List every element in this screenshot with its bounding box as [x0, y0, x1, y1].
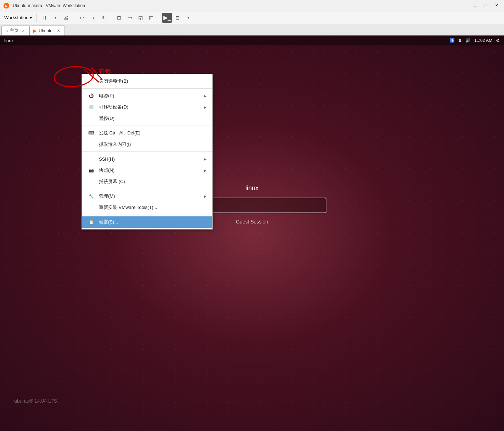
send-to-button[interactable]: 🖨: [61, 13, 71, 23]
toolbar-separator-4: [159, 13, 159, 22]
removable-submenu-arrow: ▶: [204, 105, 207, 109]
dropdown-arrow: ▾: [30, 15, 32, 20]
vm-icon: ▶: [33, 28, 37, 33]
ctx-sep-4: [82, 189, 212, 189]
app-icon: ▶: [3, 2, 10, 9]
ctx-manage[interactable]: 🔧 管理(M) ▶: [82, 190, 212, 202]
tab-home-close[interactable]: ✕: [21, 28, 26, 33]
ubuntu-brand: ubuntu® 14.04 LTS: [14, 397, 57, 410]
network-icon: ⇅: [458, 38, 462, 43]
fullscreen-button[interactable]: ⊡: [173, 13, 183, 23]
workstation-label: Workstation: [4, 15, 28, 20]
fullscreen-dropdown[interactable]: ▾: [183, 13, 193, 23]
background-pattern: [0, 35, 504, 431]
ctx-reinstall-tools[interactable]: 重新安装 VMware Tools(T)...: [82, 202, 212, 213]
svg-text:▶: ▶: [5, 4, 8, 8]
menu-bar: Workstation ▾ ⏸ ▾ 🖨 ↩ ↪ ⬆ ⊟ ▭ ◱ ◰ ▶_ ⊡ ▾: [0, 11, 504, 24]
window-title: Ubuntu-makeru - VMware Workstation: [13, 3, 471, 8]
toolbar-separator-2: [74, 13, 74, 22]
ssh-icon: [88, 155, 95, 162]
reinstall-icon: [88, 204, 95, 211]
ctx-removable[interactable]: 💿 可移动设备(D) ▶: [82, 101, 212, 113]
toolbar-group-console: ▶_ ⊡ ▾: [162, 13, 193, 23]
ctx-pause-label: 暂停(U): [99, 115, 207, 122]
single-view-button[interactable]: ▭: [125, 13, 135, 23]
tab-ubuntu-close[interactable]: ✕: [56, 28, 61, 33]
close-tab-icon: [88, 78, 95, 85]
ctx-close-tab[interactable]: 关闭选项卡(B): [82, 76, 212, 87]
pause-dropdown[interactable]: ▾: [50, 13, 60, 23]
home-icon: ⌂: [5, 28, 8, 33]
accessibility-icon: ♿: [449, 38, 455, 43]
ctx-send-ctrlaltdel[interactable]: ⌨ 发送 Ctrl+Alt+Del(E): [82, 127, 212, 139]
workstation-menu[interactable]: Workstation ▾: [1, 13, 35, 22]
toolbar-separator-3: [111, 13, 111, 22]
ctx-power-label: 电源(P): [99, 93, 200, 99]
tile-view-button[interactable]: ◰: [146, 13, 156, 23]
ctx-settings[interactable]: 📋 设置(S)...: [82, 216, 212, 228]
context-menu: 关闭选项卡(B) ⏻ 电源(P) ▶ 💿 可移动设备(D) ▶ 暂停(U) ⌨ …: [82, 74, 213, 230]
ctx-removable-label: 可移动设备(D): [99, 104, 200, 110]
title-bar: ▶ Ubuntu-makeru - VMware Workstation — □…: [0, 0, 504, 11]
ctx-snapshot[interactable]: 📷 快照(N) ▶: [82, 165, 212, 176]
tab-bar: ⌂ 主页 ✕ ▶ Ubuntu- ✕: [0, 24, 504, 35]
tab-home[interactable]: ⌂ 主页 ✕: [1, 26, 29, 35]
full-view-button[interactable]: ◱: [135, 13, 145, 23]
snapshot-icon: 📷: [88, 167, 95, 174]
ctx-sep-2: [82, 126, 212, 126]
ctx-sep-5: [82, 215, 212, 215]
toolbar-group-history: ↩ ↪ ⬆: [77, 13, 108, 23]
clock: 11:02 AM: [474, 38, 492, 43]
snapshot-submenu-arrow: ▶: [204, 168, 207, 172]
settings-menu-icon: 📋: [88, 219, 95, 226]
maximize-button[interactable]: □: [481, 2, 491, 9]
ctx-ssh[interactable]: SSH(H) ▶: [82, 153, 212, 165]
minimize-button[interactable]: —: [471, 2, 480, 9]
power-submenu-arrow: ▶: [204, 94, 207, 98]
ctx-grab-input[interactable]: 抓取输入内容(I): [82, 139, 212, 150]
ctx-reinstall-label: 重新安装 VMware Tools(T)...: [99, 204, 207, 211]
vm-area[interactable]: linux ♿ ⇅ 🔊 11:02 AM ⚙ linux Guest Sessi…: [0, 35, 504, 431]
volume-icon: 🔊: [465, 38, 471, 43]
grab-icon: [88, 141, 95, 148]
keyboard-icon: ⌨: [88, 129, 95, 137]
vm-system-tray: ♿ ⇅ 🔊 11:02 AM ⚙: [449, 38, 500, 43]
power-icon: ⏻: [88, 92, 95, 99]
toolbar-group-view: ⊟ ▭ ◱ ◰: [114, 13, 156, 23]
ctx-capture-label: 捕获屏幕 (C): [99, 178, 207, 185]
tab-ubuntu-label: Ubuntu-: [39, 28, 54, 33]
up-button[interactable]: ⬆: [98, 13, 108, 23]
forward-button[interactable]: ↪: [88, 13, 97, 23]
ctx-manage-label: 管理(M): [99, 193, 200, 199]
manage-submenu-arrow: ▶: [204, 194, 207, 198]
close-button[interactable]: ✕: [492, 2, 501, 9]
ctx-power[interactable]: ⏻ 电源(P) ▶: [82, 90, 212, 101]
ctx-snapshot-label: 快照(N): [99, 167, 200, 173]
console-button[interactable]: ▶_: [162, 13, 172, 23]
tab-ubuntu[interactable]: ▶ Ubuntu- ✕: [29, 26, 65, 35]
ctx-pause[interactable]: 暂停(U): [82, 113, 212, 124]
ssh-submenu-arrow: ▶: [204, 157, 207, 161]
guest-session-link[interactable]: Guest Session: [236, 219, 268, 225]
ctx-close-tab-label: 关闭选项卡(B): [99, 78, 207, 84]
tab-home-label: 主页: [10, 28, 18, 34]
ctx-sep-3: [82, 151, 212, 152]
capture-icon: [88, 178, 95, 185]
split-view-button[interactable]: ⊟: [114, 13, 124, 23]
back-button[interactable]: ↩: [77, 13, 87, 23]
toolbar-separator-1: [37, 13, 37, 22]
pause-button[interactable]: ⏸: [40, 13, 50, 23]
ctx-capture-screen[interactable]: 捕获屏幕 (C): [82, 176, 212, 187]
removable-icon: 💿: [88, 104, 95, 111]
ctx-ctrlaltdel-label: 发送 Ctrl+Alt+Del(E): [99, 130, 207, 136]
vm-taskbar: linux ♿ ⇅ 🔊 11:02 AM ⚙: [0, 35, 504, 45]
window-controls: — □ ✕: [471, 2, 501, 9]
login-username: linux: [245, 184, 258, 192]
vm-app-label: linux: [4, 38, 14, 43]
ubuntu-brand-text: ubuntu® 14.04 LTS: [14, 398, 57, 404]
toolbar-group-playback: ⏸ ▾ 🖨: [40, 13, 71, 23]
pause-menu-icon: [88, 115, 95, 122]
manage-icon: 🔧: [88, 193, 95, 200]
ctx-grab-label: 抓取输入内容(I): [99, 141, 207, 148]
ctx-sep-1: [82, 88, 212, 89]
